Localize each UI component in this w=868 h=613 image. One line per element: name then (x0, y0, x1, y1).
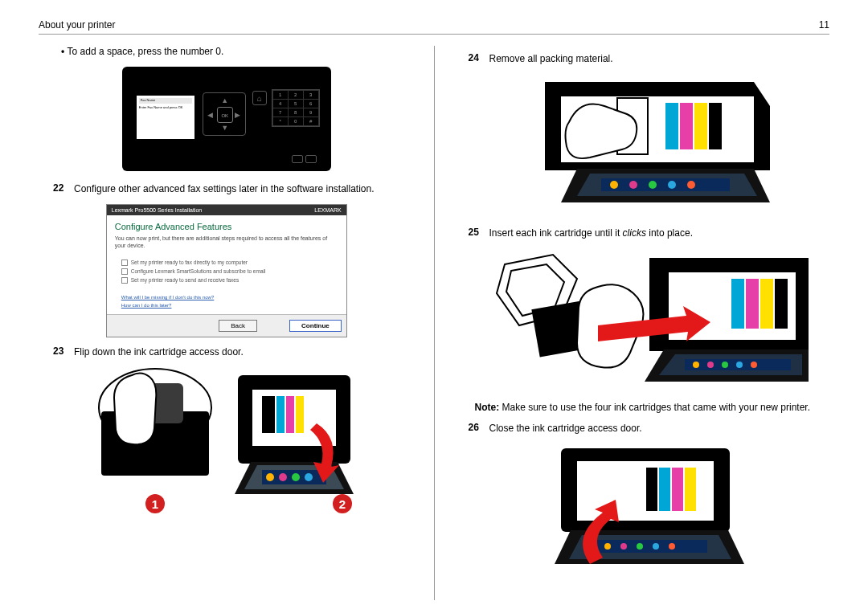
two-column-layout: To add a space, press the number 0. Fax … (39, 46, 829, 600)
svg-rect-21 (680, 103, 693, 149)
checkbox-icon (121, 277, 128, 284)
svg-point-46 (736, 362, 743, 368)
note-label: Note: (475, 402, 500, 413)
svg-rect-7 (276, 396, 285, 433)
home-icon: ⌂ (252, 91, 267, 105)
dialog-opt-1: Set my printer ready to fax directly to … (121, 260, 332, 266)
screen-title: Fax Name (139, 98, 192, 104)
panel-side-buttons (292, 155, 317, 163)
svg-point-47 (751, 362, 757, 368)
dialog-titlebar: Lexmark Pro5500 Series Installation LEXM… (107, 205, 346, 215)
svg-point-60 (653, 543, 659, 550)
page-number: 11 (819, 19, 829, 31)
step-26-number: 26 (469, 422, 483, 435)
note-text: Make sure to use the four ink cartridges… (499, 402, 810, 413)
svg-rect-36 (731, 279, 744, 329)
dpad-down-icon: ▼ (220, 123, 230, 133)
back-button: Back (219, 320, 257, 332)
svg-rect-20 (665, 103, 678, 149)
svg-rect-27 (601, 178, 730, 191)
svg-point-57 (604, 543, 611, 550)
svg-rect-53 (685, 468, 696, 511)
step-24: 24 Remove all packing material. (469, 52, 830, 66)
screen-hint: Enter Fax Name and press OK (139, 106, 192, 110)
key-star: * (273, 117, 288, 125)
figure-software-dialog: Lexmark Pro5500 Series Installation LEXM… (106, 204, 347, 337)
figure-remove-packing (454, 74, 830, 219)
svg-rect-56 (595, 540, 707, 553)
key-0: 0 (289, 117, 303, 125)
key-9: 9 (304, 108, 318, 116)
dialog-links: What will I be missing if I don't do thi… (107, 289, 346, 314)
dialog-heading: Configure Advanced Features (107, 215, 346, 235)
svg-rect-8 (286, 396, 294, 433)
figure-flip-door-printer: 2 (230, 367, 358, 514)
step-22-text: Configure other advanced fax settings la… (74, 182, 415, 196)
svg-rect-38 (760, 279, 773, 329)
figure-insert-cartridge (454, 248, 830, 393)
svg-point-30 (649, 181, 657, 189)
page-header: About your printer 11 (39, 19, 829, 35)
ok-button: OK (217, 107, 233, 123)
marker-2: 2 (339, 497, 346, 511)
key-6: 6 (304, 100, 318, 108)
left-column: To add a space, press the number 0. Fax … (39, 46, 435, 600)
dialog-button-row: Back Continue (107, 314, 346, 337)
key-hash: # (304, 117, 318, 125)
svg-point-59 (637, 543, 643, 550)
panel-dpad-group: ▲ ▼ ◀ ▶ OK (203, 92, 246, 136)
keypad: 1 2 3 4 5 6 7 8 9 * 0 # (272, 89, 320, 127)
step-22-number: 22 (53, 182, 68, 196)
svg-point-43 (693, 362, 699, 368)
dialog-options: Set my printer ready to fax directly to … (107, 254, 346, 289)
dpad-right-icon: ▶ (233, 110, 243, 120)
svg-rect-37 (746, 279, 759, 329)
svg-point-15 (292, 473, 300, 481)
key-7: 7 (273, 108, 288, 116)
svg-point-13 (266, 473, 274, 481)
dialog-brand: LEXMARK (314, 207, 341, 213)
svg-point-28 (610, 181, 618, 189)
dialog-titlebar-text: Lexmark Pro5500 Series Installation (112, 207, 202, 213)
svg-rect-9 (296, 396, 304, 433)
right-column: 24 Remove all packing material. (435, 46, 830, 600)
key-2: 2 (289, 91, 303, 99)
panel-screen: Fax Name Enter Fax Name and press OK (137, 96, 194, 139)
svg-point-44 (707, 362, 714, 368)
figure-step23-row: 1 (39, 367, 415, 514)
key-8: 8 (289, 108, 303, 116)
key-1: 1 (273, 91, 288, 99)
marker-1: 1 (152, 497, 158, 511)
svg-rect-23 (709, 103, 722, 149)
dpad: ▲ ▼ ◀ ▶ OK (203, 92, 246, 136)
key-4: 4 (273, 100, 288, 108)
svg-point-32 (687, 181, 695, 189)
dialog-link-2: How can I do this later? (121, 302, 332, 310)
svg-rect-6 (262, 396, 275, 433)
dpad-up-icon: ▲ (220, 96, 230, 105)
figure-control-panel: Fax Name Enter Fax Name and press OK ▲ ▼… (122, 67, 331, 171)
step-25-number: 25 (469, 227, 483, 240)
page: About your printer 11 To add a space, pr… (0, 0, 868, 613)
svg-point-16 (305, 473, 313, 481)
step-26-text: Close the ink cartridge access door. (489, 422, 830, 435)
continue-button: Continue (289, 320, 342, 332)
dpad-left-icon: ◀ (206, 110, 215, 120)
svg-rect-22 (694, 103, 707, 149)
step-22: 22 Configure other advanced fax settings… (53, 182, 415, 196)
checkbox-icon (121, 268, 128, 275)
svg-point-61 (669, 543, 675, 550)
svg-point-29 (629, 181, 637, 189)
svg-point-58 (620, 543, 627, 550)
step-25: 25 Insert each ink cartridge until it cl… (469, 227, 830, 240)
note-four-cartridges: Note: Make sure to use the four ink cart… (475, 401, 830, 415)
bullet-add-space: To add a space, press the number 0. (61, 46, 415, 57)
header-title: About your printer (39, 19, 115, 31)
dialog-opt-2: Configure Lexmark SmartSolutions and sub… (121, 268, 332, 275)
svg-rect-50 (646, 468, 657, 511)
figure-flip-door-hand: 1 (95, 367, 215, 514)
checkbox-icon (121, 260, 128, 266)
svg-point-14 (279, 473, 287, 481)
step-23-text: Flip down the ink cartridge access door. (74, 345, 415, 359)
step-23: 23 Flip down the ink cartridge access do… (53, 345, 415, 359)
